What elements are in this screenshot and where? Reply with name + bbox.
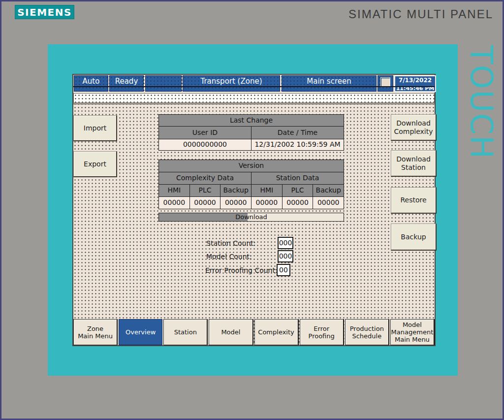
last-change-table: Last Change User ID Date / Time 00000000… [158,114,344,151]
product-title: SIMATIC MULTI PANEL [348,7,493,21]
complexity-data-header: Complexity Data [159,172,252,184]
status-state: Ready [109,75,144,92]
touch-vertical-label: TOUCH [459,45,504,203]
status-divider-line [73,86,435,87]
bottom-tab-bar: Zone Main Menu Overview Station Model Co… [73,319,435,345]
tab-complexity[interactable]: Complexity [254,319,299,345]
version-value: 00000 [313,197,344,209]
acknowledge-button[interactable] [380,77,390,87]
download-station-button[interactable]: Download Station [391,150,437,177]
tab-station[interactable]: Station [163,319,208,345]
station-count-field[interactable]: 000 [278,237,293,249]
model-count-field[interactable]: 000 [278,250,293,262]
error-proofing-count-label: Error Proofing Count: [205,264,278,276]
error-proofing-count-field[interactable]: 00 [277,264,290,276]
station-count-label: Station Count: [206,237,256,249]
date-time-value: 12/31/2002 10:59:59 AM [252,139,344,150]
status-screen-name: Main screen [282,75,377,92]
tab-production-schedule[interactable]: Production Schedule [345,319,389,345]
model-count-label: Model Count: [206,251,252,262]
restore-button[interactable]: Restore [391,187,437,214]
alarm-message-line [73,93,435,103]
tab-model[interactable]: Model [209,319,253,345]
backup-button[interactable]: Backup [391,224,437,251]
date-value: 7/13/2022 [395,76,435,84]
download-complexity-button[interactable]: Download Complexity [391,114,437,141]
user-id-header: User ID [159,127,252,139]
tab-overview[interactable]: Overview [119,319,162,345]
screen-divider [73,103,435,104]
user-id-value: 0000000000 [159,139,252,150]
download-progress-bar: Download [158,213,344,222]
col-hmi-1: HMI [159,185,190,196]
col-backup-1: Backup [220,185,252,196]
status-spare [145,75,182,92]
tab-error-proofing[interactable]: Error Proofing [300,319,344,345]
version-value: 00000 [283,197,314,209]
col-plc-1: PLC [190,185,221,196]
version-value: 00000 [220,197,252,209]
col-backup-2: Backup [313,185,344,196]
download-progress-label: Download [159,213,344,221]
col-plc-2: PLC [283,185,314,196]
status-mode: Auto [74,75,108,92]
export-button[interactable]: Export [73,151,117,177]
col-hmi-2: HMI [252,185,283,196]
siemens-logo: SIEMENS [15,5,74,19]
status-indicator-cell [378,75,393,92]
version-value: 00000 [159,197,190,209]
version-value: 00000 [252,197,283,209]
hmi-screen: Auto Ready Transport (Zone) Main screen … [72,74,436,346]
version-table: Version Complexity Data Station Data HMI… [158,160,344,209]
station-data-header: Station Data [252,172,344,184]
version-value: 00000 [190,197,221,209]
version-title: Version [159,160,344,172]
tab-model-management-main-menu[interactable]: Model Management Main Menu [390,319,435,345]
last-change-title: Last Change [159,115,344,126]
tab-zone-main-menu[interactable]: Zone Main Menu [73,319,118,345]
status-zone: Transport (Zone) [183,75,280,92]
datetime-display: 7/13/2022 11:45:46 PM [394,75,436,92]
import-button[interactable]: Import [73,115,117,141]
date-time-header: Date / Time [252,127,344,139]
